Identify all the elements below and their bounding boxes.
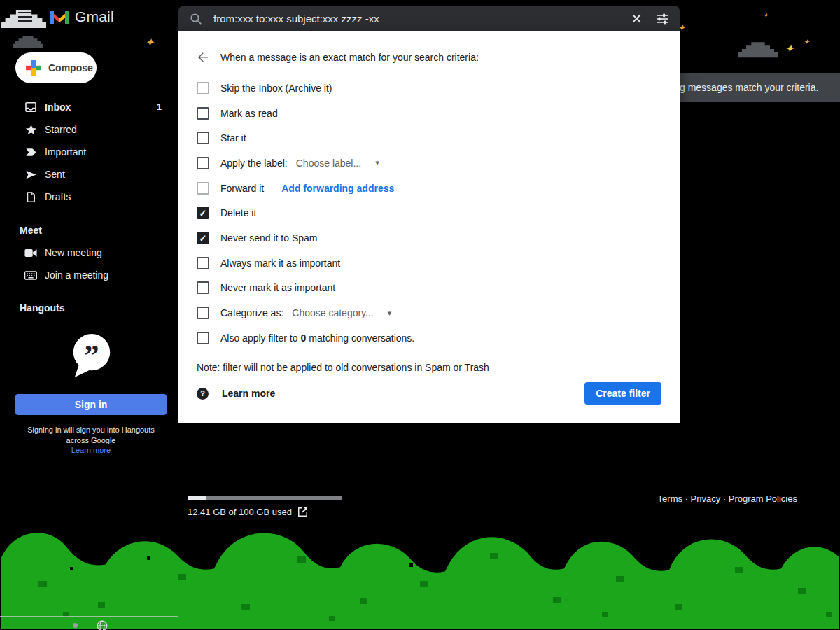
sidebar-item-inbox[interactable]: Inbox 1 [0, 96, 178, 118]
video-camera-icon [24, 248, 37, 258]
option-label: Mark as read [220, 108, 278, 119]
compose-label: Compose [48, 62, 93, 74]
cloud-decoration [13, 34, 43, 49]
storage-progress-fill [188, 496, 206, 500]
sidebar-footer-divider [0, 616, 178, 617]
open-in-new-icon[interactable] [298, 507, 307, 517]
add-forwarding-address-link[interactable]: Add forwarding address [281, 183, 394, 194]
cloud-decoration [738, 38, 778, 59]
sidebar-item-label: New meeting [45, 247, 102, 258]
option-label-suffix: matching conversations. [309, 332, 414, 344]
hangouts-section-header: Hangouts [20, 302, 65, 314]
footer-dot [73, 623, 78, 628]
main-menu-icon[interactable] [18, 12, 32, 23]
filter-option-row: Skip the Inbox (Archive it) [178, 76, 680, 101]
checkbox-mark-read[interactable] [197, 107, 209, 120]
sidebar-item-label: Drafts [45, 191, 71, 202]
sidebar-item-label: Important [45, 146, 86, 158]
checkbox-skip-inbox[interactable] [197, 82, 209, 94]
option-label: Also apply filter to [220, 332, 298, 344]
compose-button[interactable]: Compose [15, 52, 97, 83]
no-messages-toast: g messages match your criteria. [680, 73, 840, 102]
gmail-wordmark: Gmail [75, 8, 114, 25]
inbox-icon [24, 101, 37, 113]
inbox-unread-badge: 1 [157, 102, 162, 112]
sidebar-item-drafts[interactable]: Drafts [0, 186, 178, 208]
gmail-app: Gmail Compose [0, 0, 840, 630]
star-icon [24, 124, 37, 136]
svg-text:”: ” [84, 339, 99, 372]
google-plus-icon [26, 60, 41, 76]
option-label: Apply the label: [220, 158, 288, 169]
checkbox-never-spam[interactable] [197, 232, 209, 244]
sidebar-nav: Inbox 1 Starred Important Sent Drafts [0, 96, 178, 208]
sidebar-item-join-meeting[interactable]: Join a meeting [0, 264, 178, 286]
sidebar-item-label: Starred [45, 124, 77, 135]
sidebar-item-new-meeting[interactable]: New meeting [0, 241, 178, 264]
sent-icon [24, 169, 37, 181]
create-filter-dialog: When a message is an exact match for you… [178, 31, 680, 423]
learn-more-link[interactable]: Learn more [222, 388, 275, 399]
sign-in-note: Signing in will sign you into Hangouts a… [6, 425, 176, 446]
sidebar-item-sent[interactable]: Sent [0, 163, 178, 186]
checkbox-delete-it[interactable] [197, 206, 209, 219]
option-label: Categorize as: [220, 307, 284, 318]
sidebar-item-important[interactable]: Important [0, 141, 178, 163]
search-input[interactable] [212, 12, 617, 25]
option-label: Always mark it as important [220, 258, 340, 269]
search-options-icon[interactable] [656, 13, 668, 25]
checkbox-categorize[interactable] [197, 307, 209, 319]
gmail-logo[interactable]: Gmail [50, 8, 114, 25]
dropdown-value: Choose category... [292, 307, 373, 318]
sign-in-learn-more-link[interactable]: Learn more [6, 446, 176, 454]
option-label: Delete it [220, 207, 256, 218]
checkbox-never-important[interactable] [197, 281, 209, 294]
matching-count: 0 [301, 332, 307, 344]
create-filter-button[interactable]: Create filter [584, 382, 662, 405]
program-policies-link[interactable]: Program Policies [720, 493, 797, 504]
star-decoration-icon [763, 13, 769, 19]
drafts-icon [24, 191, 37, 203]
hangouts-logo: ” [70, 332, 113, 381]
keyboard-icon [24, 271, 37, 280]
category-dropdown[interactable]: Choose category... [292, 307, 391, 318]
storage-usage-text: 12.41 GB of 100 GB used [188, 507, 292, 517]
chevron-down-icon [375, 158, 379, 167]
label-dropdown[interactable]: Choose label... [296, 158, 379, 169]
option-label: Skip the Inbox (Archive it) [220, 83, 332, 94]
back-arrow-icon[interactable] [197, 50, 211, 64]
storage-progress-bar [188, 496, 342, 500]
checkbox-always-important[interactable] [197, 257, 209, 270]
filter-option-row: Never send it to Spam [178, 225, 680, 251]
globe-icon[interactable] [97, 620, 108, 630]
filter-option-row: Also apply filter to 0 matching conversa… [178, 326, 680, 351]
star-decoration-icon [804, 38, 809, 46]
checkbox-apply-matching[interactable] [197, 332, 209, 344]
star-decoration-icon [785, 43, 794, 55]
close-search-icon[interactable] [631, 13, 642, 24]
sign-in-note-line1: Signing in will sign you into Hangouts [6, 425, 176, 435]
filter-option-row: Never mark it as important [178, 276, 680, 301]
privacy-link[interactable]: Privacy [682, 493, 720, 504]
pixel-hills-background [0, 514, 840, 630]
filter-options-list: Skip the Inbox (Archive it) Mark as read… [178, 76, 680, 351]
terms-link[interactable]: Terms [658, 493, 682, 504]
sidebar-item-starred[interactable]: Starred [0, 118, 178, 141]
checkbox-forward-it[interactable] [197, 182, 209, 195]
sidebar-item-label: Sent [45, 169, 65, 180]
meet-list: New meeting Join a meeting [0, 241, 178, 286]
help-icon[interactable] [197, 388, 209, 400]
search-icon[interactable] [190, 13, 202, 25]
sidebar-item-label: Join a meeting [45, 270, 108, 281]
chevron-down-icon [388, 309, 392, 318]
checkbox-star-it[interactable] [197, 132, 209, 144]
filter-option-row: Star it [178, 125, 680, 150]
sign-in-note-line2: across Google [6, 435, 176, 446]
dialog-title: When a message is an exact match for you… [220, 52, 479, 63]
dialog-header: When a message is an exact match for you… [197, 49, 662, 66]
option-label: Forward it [220, 183, 264, 194]
checkbox-apply-label[interactable] [197, 157, 209, 169]
sign-in-button[interactable]: Sign in [15, 394, 167, 415]
sidebar-item-label: Inbox [45, 102, 71, 113]
option-label: Star it [220, 132, 246, 144]
